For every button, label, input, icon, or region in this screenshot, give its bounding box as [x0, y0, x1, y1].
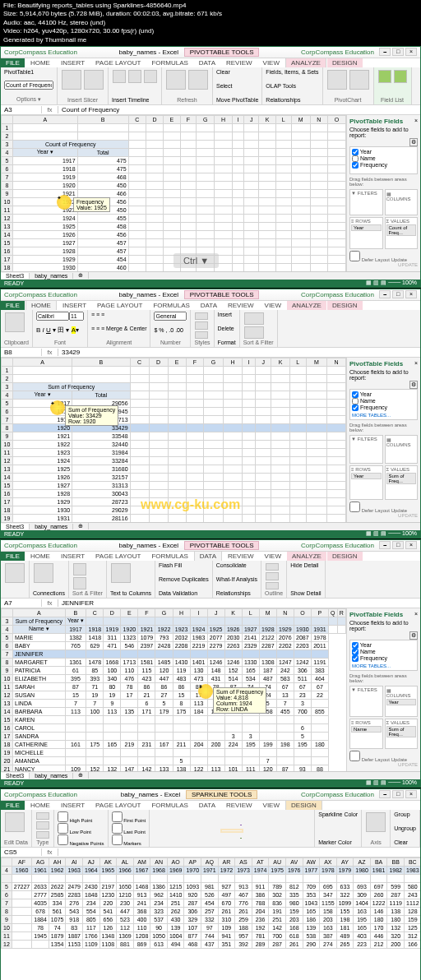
field-year[interactable]: Year: [352, 149, 415, 155]
more-tables[interactable]: MORE TABLES...: [352, 663, 415, 668]
ungroup-btn[interactable]: Ungroup: [394, 825, 416, 831]
worksheet-grid[interactable]: ✦ FrequencyValue: 1925 Ctrl ▼ ABCDEFGHIJ…: [1, 115, 346, 271]
slicer-icon[interactable]: [113, 70, 126, 83]
pane-close-icon[interactable]: ×: [414, 360, 418, 369]
defer-checkbox[interactable]: [349, 502, 360, 512]
hidedetail-btn[interactable]: Hide Detail: [290, 562, 321, 568]
lowpoint-check[interactable]: Low Point: [58, 823, 104, 834]
tab-insert[interactable]: INSERT: [58, 301, 91, 310]
min-icon[interactable]: ‒: [379, 790, 391, 798]
number-format[interactable]: [154, 312, 187, 321]
field-year[interactable]: Year: [352, 391, 415, 398]
formula-input[interactable]: 33429: [58, 349, 420, 356]
fields-btn[interactable]: Fields, Items, & Sets: [266, 69, 318, 75]
tab-file[interactable]: FILE: [1, 58, 25, 67]
recommended-icon[interactable]: [349, 70, 369, 90]
tab-insert[interactable]: INSERT: [56, 552, 90, 561]
field-name[interactable]: Name: [352, 398, 415, 404]
font-select[interactable]: [36, 312, 69, 321]
field-frequency[interactable]: Frequency: [352, 655, 415, 662]
sheet-tab-babynames[interactable]: baby_names: [30, 273, 73, 279]
close-icon[interactable]: ×: [405, 541, 417, 549]
lastpoint-check[interactable]: Last Point: [112, 823, 146, 834]
relationships-btn[interactable]: Relationships: [266, 97, 318, 103]
name-box[interactable]: B8: [1, 349, 42, 356]
tab-view[interactable]: VIEW: [258, 801, 285, 810]
name-box[interactable]: A7: [1, 599, 42, 607]
field-frequency[interactable]: Frequency: [352, 162, 415, 169]
change-source-icon[interactable]: [84, 70, 104, 90]
tab-formulas[interactable]: FORMULAS: [146, 58, 192, 67]
consolidate-btn[interactable]: Consolidate: [216, 562, 257, 568]
max-icon[interactable]: □: [392, 541, 404, 549]
close-icon[interactable]: ×: [405, 290, 417, 298]
flashfill-btn[interactable]: Flash Fill: [159, 562, 209, 568]
filter-conn-icon[interactable]: [144, 70, 157, 83]
markers-check[interactable]: Markers: [112, 834, 146, 846]
group-btn[interactable]: Group: [394, 811, 416, 817]
pivottable-fields-pane[interactable]: PivotTable Fields× Choose fields to add …: [346, 608, 420, 771]
delete-btn[interactable]: Delete: [218, 326, 236, 331]
min-icon[interactable]: ‒: [379, 290, 391, 298]
sheet-tab-babynames[interactable]: baby_names: [30, 524, 73, 529]
refresh-icon[interactable]: [62, 70, 81, 90]
tab-pagelayout[interactable]: PAGE LAYOUT: [90, 552, 146, 561]
fx-icon[interactable]: fx: [42, 599, 58, 607]
timeline-icon[interactable]: [128, 70, 141, 83]
sparkline-color-btn[interactable]: Sparkline Color: [318, 811, 358, 817]
tab-analyze[interactable]: ANALYZE: [287, 552, 326, 561]
sheet-tab-babynames[interactable]: baby_names: [30, 773, 73, 779]
tab-review[interactable]: REVIEW: [221, 801, 257, 810]
highpoint-check[interactable]: High Point: [58, 811, 104, 823]
tab-home[interactable]: HOME: [25, 552, 55, 561]
sparkline-line-icon[interactable]: [36, 812, 49, 820]
formula-input[interactable]: Count of Frequency: [58, 106, 420, 113]
tab-data[interactable]: DATA: [194, 58, 220, 67]
pivottable-fields-pane[interactable]: PivotTable Fields× Choose fields to add …: [346, 358, 420, 522]
whatif-btn[interactable]: What-If Analysis: [216, 576, 257, 582]
paste-icon[interactable]: [5, 312, 25, 332]
field-year[interactable]: Year: [352, 642, 415, 649]
tab-home[interactable]: HOME: [25, 58, 55, 67]
active-field-input[interactable]: [4, 81, 53, 90]
sheet-tab-sheet3[interactable]: Sheet3: [1, 773, 30, 779]
tab-formulas[interactable]: FORMULAS: [148, 301, 194, 310]
ungroup-icon[interactable]: [266, 572, 279, 580]
axis-icon[interactable]: [366, 812, 386, 832]
find-icon[interactable]: [244, 326, 264, 339]
worksheet-grid[interactable]: ✦ Sum of FrequencyValue: 33429Row: 1920 …: [1, 358, 346, 522]
field-name[interactable]: Name: [352, 649, 415, 655]
close-icon[interactable]: ×: [405, 48, 417, 56]
dz-rows[interactable]: ≡ ROWSYear: [349, 217, 383, 249]
min-icon[interactable]: ‒: [379, 541, 391, 549]
tab-view[interactable]: VIEW: [260, 552, 286, 561]
validation-btn[interactable]: Data Validation: [159, 590, 209, 596]
field-name[interactable]: Name: [352, 155, 415, 162]
olap-btn[interactable]: OLAP Tools: [266, 83, 318, 89]
more-tables[interactable]: MORE TABLES...: [352, 413, 415, 418]
max-icon[interactable]: □: [392, 790, 404, 798]
tab-data[interactable]: DATA: [196, 301, 222, 310]
dz-values[interactable]: Σ VALUESSum of Freq...: [385, 465, 419, 500]
editdata-icon[interactable]: [5, 812, 25, 832]
format-btn[interactable]: Format: [218, 340, 236, 345]
filter-icon[interactable]: [73, 577, 86, 589]
name-box[interactable]: CS5: [1, 848, 42, 856]
dz-columns[interactable]: ▦ COLUMNS: [385, 189, 419, 215]
defer-checkbox[interactable]: [349, 251, 360, 261]
max-icon[interactable]: □: [392, 290, 404, 298]
clear-btn[interactable]: Clear: [216, 69, 258, 75]
sort-icon[interactable]: [244, 312, 264, 325]
cellstyles-icon[interactable]: [195, 331, 208, 339]
select-btn[interactable]: Select: [216, 83, 258, 89]
tab-home[interactable]: HOME: [25, 801, 55, 810]
dz-columns[interactable]: ▦ COLUMNS: [385, 435, 419, 464]
dz-rows[interactable]: ≡ ROWSName: [349, 719, 383, 749]
dz-values[interactable]: Σ VALUESCount of Freq...: [385, 217, 419, 249]
tab-design[interactable]: DESIGN: [285, 800, 322, 810]
condfmt-icon[interactable]: [195, 312, 208, 320]
fmttable-icon[interactable]: [195, 321, 208, 329]
gear-icon[interactable]: ⚙: [409, 381, 418, 389]
sheet-tab-sheet3[interactable]: Sheet3: [1, 273, 30, 279]
tab-analyze[interactable]: ANALYZE: [287, 301, 326, 310]
